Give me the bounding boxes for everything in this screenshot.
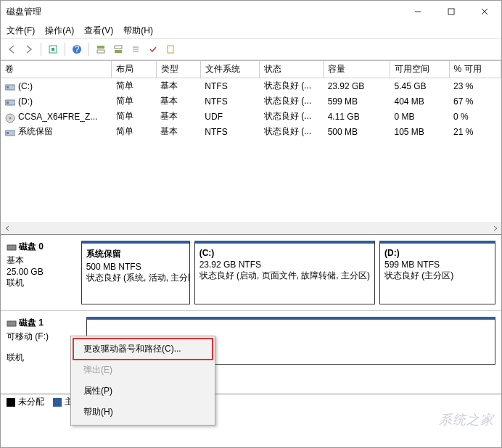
help-button[interactable]: ?: [69, 41, 85, 57]
view-bottom-button[interactable]: [110, 41, 126, 57]
scroll-track[interactable]: [13, 222, 489, 234]
svg-rect-9: [168, 46, 173, 53]
watermark: 系统之家: [439, 411, 494, 428]
svg-rect-7: [115, 46, 122, 49]
menu-view[interactable]: 查看(V): [84, 25, 113, 37]
horizontal-scrollbar[interactable]: [1, 222, 501, 234]
col-type[interactable]: 类型: [156, 61, 200, 78]
volume-icon: [5, 83, 15, 90]
toolbar-separator: [65, 43, 65, 56]
scroll-right-button[interactable]: [489, 222, 501, 234]
col-volume[interactable]: 卷: [1, 61, 112, 78]
svg-rect-6: [97, 50, 104, 53]
disk-0-info[interactable]: 磁盘 0 基本 25.00 GB 联机: [7, 241, 81, 304]
table-row[interactable]: 系统保留简单基本NTFS状态良好 (...500 MB105 MB21 %: [1, 124, 501, 139]
ctx-change-drive-letter[interactable]: 更改驱动器号和路径(C)...: [73, 339, 213, 360]
check-button[interactable]: [145, 41, 161, 57]
ctx-properties[interactable]: 属性(P): [73, 381, 213, 402]
svg-rect-5: [97, 46, 104, 49]
menu-bar: 文件(F) 操作(A) 查看(V) 帮助(H): [1, 22, 501, 38]
col-status[interactable]: 状态: [260, 61, 324, 78]
window-title: 磁盘管理: [7, 6, 401, 18]
view-top-button[interactable]: [93, 41, 109, 57]
table-row[interactable]: (C:)简单基本NTFS状态良好 (...23.92 GB5.45 GB23 %: [1, 78, 501, 94]
table-row[interactable]: (D:)简单基本NTFS状态良好 (...599 MB404 MB67 %: [1, 94, 501, 109]
svg-rect-2: [52, 48, 54, 51]
volume-icon: [5, 128, 15, 136]
svg-point-15: [9, 117, 12, 120]
disk-1-movable: 可移动 (F:): [7, 331, 79, 343]
disk-icon: [7, 318, 17, 328]
forward-button[interactable]: [21, 41, 37, 57]
disk-1-status: 联机: [7, 352, 79, 364]
volume-icon: [5, 98, 15, 105]
partition[interactable]: 系统保留500 MB NTFS状态良好 (系统, 活动, 主分区): [81, 241, 190, 304]
column-headers: 卷 布局 类型 文件系统 状态 容量 可用空间 % 可用: [1, 61, 501, 78]
swatch-primary: [53, 398, 62, 407]
menu-help[interactable]: 帮助(H): [123, 25, 153, 37]
minimize-button[interactable]: [401, 1, 435, 22]
disk-1-name: 磁盘 1: [19, 318, 44, 328]
disk-0-status: 联机: [7, 277, 77, 289]
svg-rect-11: [7, 86, 9, 88]
col-fs[interactable]: 文件系统: [200, 61, 260, 78]
settings-button[interactable]: [45, 41, 61, 57]
ctx-eject: 弹出(E): [73, 360, 213, 381]
disk-0-row: 磁盘 0 基本 25.00 GB 联机 系统保留500 MB NTFS状态良好 …: [1, 235, 501, 310]
svg-text:?: ?: [75, 44, 80, 54]
list-view-button[interactable]: [128, 41, 144, 57]
svg-rect-17: [7, 132, 9, 134]
svg-rect-19: [7, 321, 16, 326]
context-menu: 更改驱动器号和路径(C)... 弹出(E) 属性(P) 帮助(H): [70, 336, 215, 426]
disk-0-name: 磁盘 0: [19, 241, 44, 252]
maximize-button[interactable]: [435, 1, 468, 22]
table-row[interactable]: CCSA_X64FRE_Z...简单基本UDF状态良好 (...4.11 GB0…: [1, 109, 501, 124]
svg-rect-18: [7, 245, 16, 250]
col-layout[interactable]: 布局: [112, 61, 156, 78]
disk-0-size: 25.00 GB: [7, 267, 77, 277]
menu-action[interactable]: 操作(A): [45, 25, 74, 37]
toolbar-separator: [41, 43, 41, 56]
svg-rect-13: [7, 101, 9, 104]
title-bar: 磁盘管理: [1, 1, 501, 22]
menu-file[interactable]: 文件(F): [7, 25, 35, 37]
col-capacity[interactable]: 容量: [324, 61, 390, 78]
partition[interactable]: (C:)23.92 GB NTFS状态良好 (启动, 页面文件, 故障转储, 主…: [194, 241, 375, 304]
back-button[interactable]: [4, 41, 20, 57]
disk-icon: [7, 242, 17, 252]
svg-rect-8: [115, 50, 122, 53]
ctx-help[interactable]: 帮助(H): [73, 402, 213, 423]
properties-button[interactable]: [162, 41, 178, 57]
toolbar-separator: [89, 43, 89, 56]
svg-rect-0: [448, 9, 454, 14]
swatch-unallocated: [7, 398, 15, 407]
col-free[interactable]: 可用空间: [390, 61, 449, 78]
scroll-left-button[interactable]: [1, 222, 13, 234]
partition[interactable]: (D:)599 MB NTFS状态良好 (主分区): [379, 241, 495, 304]
disk-0-type: 基本: [7, 254, 77, 267]
legend-unallocated: 未分配: [7, 396, 44, 408]
volume-list: 卷 布局 类型 文件系统 状态 容量 可用空间 % 可用 (C:)简单基本NTF…: [1, 60, 501, 234]
toolbar: ?: [1, 38, 501, 60]
close-button[interactable]: [468, 1, 501, 22]
volume-icon: [5, 113, 15, 120]
col-pct[interactable]: % 可用: [449, 61, 501, 78]
